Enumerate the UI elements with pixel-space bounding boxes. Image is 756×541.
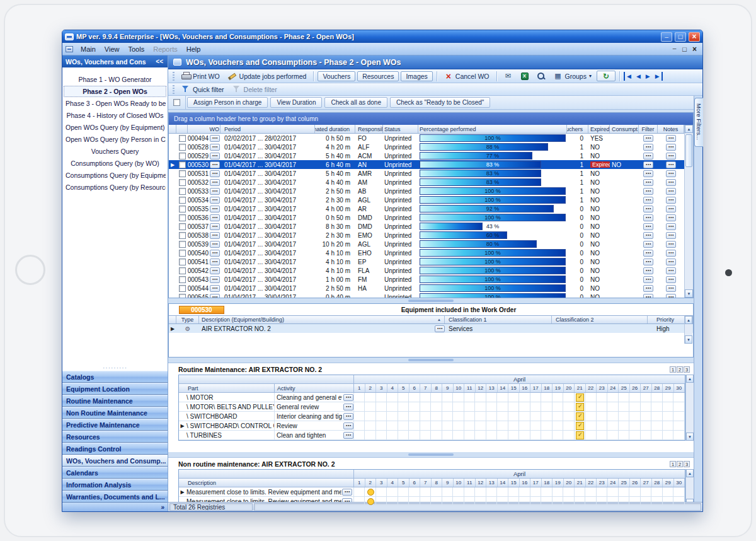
module-nav-button[interactable]: Calendars bbox=[62, 467, 168, 479]
update-jobs-button[interactable]: Update jobs performed bbox=[225, 71, 310, 81]
cell-day-grid[interactable] bbox=[354, 421, 685, 430]
done-check-mark[interactable] bbox=[575, 421, 586, 430]
groups-dropdown[interactable]: Groups ▾ bbox=[551, 71, 595, 81]
scroll-up-arrow[interactable] bbox=[685, 125, 693, 133]
zoom-level-button[interactable]: 3 bbox=[684, 366, 690, 373]
previous-record-button[interactable]: ◀ bbox=[634, 72, 643, 81]
wo-browse-button[interactable] bbox=[210, 161, 220, 168]
table-row[interactable]: 000541 01/04/2017 ... 30/04/2017 4 h 10 … bbox=[169, 257, 684, 266]
routine-row[interactable]: \ MOTOR\ BELTS AND PULLEYS General revie… bbox=[179, 402, 685, 412]
cell-day-grid[interactable] bbox=[354, 431, 685, 439]
notes-browse-button[interactable] bbox=[666, 188, 676, 195]
cell-day-grid[interactable] bbox=[354, 487, 685, 496]
table-row[interactable]: 000528 01/04/2017 ... 30/04/2017 4 h 20 … bbox=[169, 143, 684, 151]
action-button[interactable]: View Duration bbox=[270, 97, 322, 108]
header-vouchers[interactable]: Vouchers bbox=[567, 125, 588, 133]
table-row[interactable]: 000535 01/04/2017 ... 30/04/2017 4 h 00 … bbox=[169, 204, 684, 213]
notes-browse-button[interactable] bbox=[666, 267, 676, 274]
module-nav-button[interactable]: Non Routine Maintenance bbox=[62, 407, 168, 419]
wo-browse-button[interactable] bbox=[210, 267, 220, 274]
action-button[interactable]: Assign Person in charge bbox=[187, 97, 268, 108]
wo-browse-button[interactable] bbox=[210, 188, 220, 195]
zoom-level-button[interactable]: 1 bbox=[670, 461, 676, 467]
activity-browse-button[interactable] bbox=[343, 404, 353, 410]
print-wo-button[interactable]: Print WO bbox=[178, 71, 223, 81]
filter-browse-button[interactable] bbox=[643, 188, 653, 195]
row-checkbox[interactable] bbox=[179, 179, 186, 186]
sidebar-item[interactable]: Phase 2 - Open WOs bbox=[64, 86, 166, 97]
filter-browse-button[interactable] bbox=[643, 223, 653, 230]
row-checkbox[interactable] bbox=[179, 161, 186, 168]
row-checkbox[interactable] bbox=[179, 267, 186, 274]
row-checkbox[interactable] bbox=[179, 241, 186, 248]
refresh-button[interactable] bbox=[597, 71, 616, 81]
table-row[interactable]: 000531 01/04/2017 ... 30/04/2017 5 h 40 … bbox=[169, 169, 684, 178]
filter-browse-button[interactable] bbox=[643, 206, 653, 212]
table-row[interactable]: 000538 01/04/2017 ... 30/04/2017 2 h 30 … bbox=[169, 231, 684, 240]
filter-browse-button[interactable] bbox=[643, 294, 653, 298]
check-all-checkbox[interactable] bbox=[173, 99, 180, 106]
filter-browse-button[interactable] bbox=[643, 144, 653, 151]
next-record-button[interactable]: ▶ bbox=[644, 72, 652, 81]
notes-browse-button[interactable] bbox=[666, 144, 676, 151]
equipment-scrollbar[interactable] bbox=[684, 316, 692, 344]
wo-browse-button[interactable] bbox=[210, 153, 220, 160]
scroll-thumb[interactable] bbox=[685, 134, 692, 167]
row-checkbox[interactable] bbox=[179, 232, 186, 239]
mdi-restore-icon[interactable] bbox=[680, 45, 689, 53]
done-check-mark[interactable] bbox=[575, 393, 586, 402]
menu-item[interactable]: Help bbox=[182, 44, 205, 54]
horizontal-splitter[interactable] bbox=[168, 452, 694, 457]
wo-browse-button[interactable] bbox=[210, 144, 220, 151]
cell-day-grid[interactable] bbox=[354, 393, 685, 402]
wo-browse-button[interactable] bbox=[210, 294, 220, 298]
menu-item[interactable]: Reports bbox=[149, 44, 182, 54]
cancel-wo-button[interactable]: Cancel WO bbox=[441, 71, 493, 81]
resources-button[interactable]: Resources bbox=[357, 71, 399, 81]
filter-browse-button[interactable] bbox=[643, 153, 653, 160]
scroll-down-arrow[interactable] bbox=[685, 289, 693, 298]
sidebar-item[interactable]: Vouchers Query bbox=[64, 146, 166, 157]
row-checkbox[interactable] bbox=[179, 223, 186, 230]
wo-browse-button[interactable] bbox=[210, 232, 220, 239]
menu-item[interactable]: Main bbox=[76, 44, 100, 54]
scroll-down-arrow[interactable] bbox=[685, 335, 692, 344]
filter-browse-button[interactable] bbox=[643, 161, 653, 168]
table-row[interactable]: 000544 01/04/2017 ... 30/04/2017 2 h 50 … bbox=[169, 284, 684, 293]
row-checkbox[interactable] bbox=[179, 294, 186, 298]
scroll-up-arrow[interactable] bbox=[685, 316, 692, 324]
module-nav-button[interactable]: WOs, Vouchers and Consump... bbox=[62, 455, 168, 467]
sidebar-item[interactable]: Consumptions Query (by WO) bbox=[64, 158, 166, 169]
search-button[interactable] bbox=[534, 71, 549, 81]
nonroutine-row[interactable]: Measurement close to limits. Review equi… bbox=[179, 487, 685, 497]
header-percentage[interactable]: Percentage performed bbox=[418, 125, 567, 133]
filter-browse-button[interactable] bbox=[643, 214, 653, 221]
row-checkbox[interactable] bbox=[179, 276, 186, 283]
wo-browse-button[interactable] bbox=[210, 259, 220, 265]
notes-browse-button[interactable] bbox=[666, 197, 676, 204]
row-checkbox[interactable] bbox=[179, 144, 186, 151]
sidebar-collapse-button[interactable]: << bbox=[154, 58, 164, 65]
sidebar-item[interactable]: Consumptions Query (by Resource) bbox=[64, 182, 166, 193]
equip-header-type[interactable]: Type bbox=[176, 316, 199, 323]
module-nav-button[interactable]: Warranties, Documents and L... bbox=[62, 491, 168, 503]
table-row[interactable]: 000545 01/04/2017 ... 30/04/2017 0 h 40 … bbox=[169, 293, 684, 298]
menu-item[interactable]: Tools bbox=[124, 44, 149, 54]
horizontal-splitter[interactable] bbox=[168, 358, 694, 363]
sidebar-item[interactable]: Consumptions Query (by Equipment) bbox=[64, 170, 166, 181]
filter-browse-button[interactable] bbox=[643, 285, 653, 292]
delete-filter-button[interactable]: Delete filter bbox=[229, 84, 280, 95]
images-button[interactable]: Images bbox=[401, 71, 432, 81]
quick-filter-button[interactable]: Quick filter bbox=[178, 84, 227, 95]
activity-browse-button[interactable] bbox=[343, 422, 353, 429]
notes-browse-button[interactable] bbox=[666, 276, 676, 283]
module-nav-button[interactable]: Predictive Maintenance bbox=[62, 419, 168, 431]
mdi-close-icon[interactable] bbox=[690, 45, 699, 53]
restore-button[interactable] bbox=[675, 32, 686, 42]
filter-browse-button[interactable] bbox=[643, 197, 653, 204]
group-by-bar[interactable]: Drag a column header here to group by th… bbox=[169, 113, 693, 125]
notes-browse-button[interactable] bbox=[666, 170, 676, 177]
row-checkbox[interactable] bbox=[179, 285, 186, 292]
row-checkbox[interactable] bbox=[179, 135, 186, 142]
filter-browse-button[interactable] bbox=[643, 276, 653, 283]
